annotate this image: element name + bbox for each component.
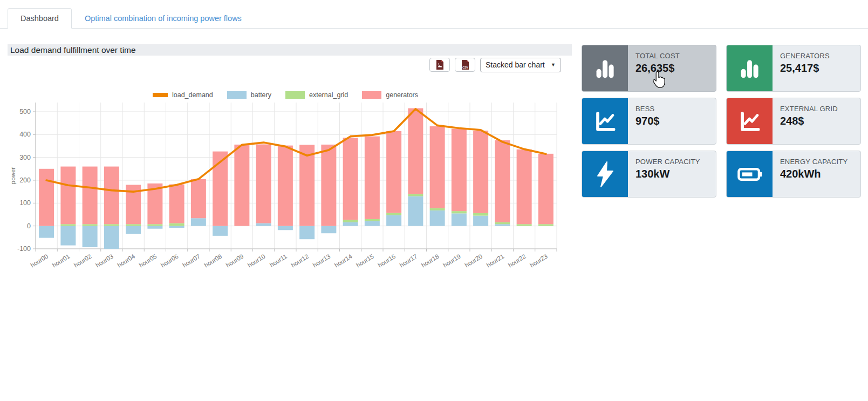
- svg-text:500: 500: [19, 108, 31, 115]
- power-capacity-card[interactable]: POWER CAPACITY 130kW: [582, 151, 716, 198]
- legend-item-external_grid: external_grid: [285, 91, 348, 99]
- section-title: Load demand fulfillment over time: [8, 44, 572, 56]
- svg-text:hour10: hour10: [247, 253, 266, 269]
- chart-panel: Load demand fulfillment over time CSV: [8, 44, 572, 283]
- chart-toolbar: CSV Stacked bar chart ▼: [8, 57, 572, 72]
- svg-text:hour12: hour12: [290, 253, 310, 269]
- bar-chart-icon: [727, 45, 773, 91]
- legend-item-load_demand: load_demand: [153, 91, 213, 99]
- svg-text:hour09: hour09: [225, 253, 245, 269]
- legend-item-battery: battery: [227, 91, 271, 99]
- legend-label: battery: [251, 91, 271, 99]
- battery-swatch: [227, 91, 247, 99]
- legend-label: generators: [386, 91, 418, 99]
- bar-chart-icon: [582, 45, 628, 91]
- svg-text:CSV: CSV: [462, 65, 468, 69]
- svg-text:hour02: hour02: [73, 253, 93, 269]
- tab-dashboard[interactable]: Dashboard: [8, 8, 72, 29]
- svg-text:300: 300: [19, 154, 31, 161]
- external_grid-swatch: [285, 91, 305, 99]
- svg-text:100: 100: [19, 199, 31, 207]
- svg-text:hour16: hour16: [377, 253, 397, 269]
- stat-value: 26,635$: [635, 62, 680, 74]
- svg-text:0: 0: [27, 222, 31, 230]
- chart-type-select[interactable]: Stacked bar chart ▼: [480, 58, 561, 72]
- svg-text:hour15: hour15: [355, 253, 375, 269]
- legend-label: load_demand: [172, 91, 213, 99]
- svg-text:hour13: hour13: [312, 253, 332, 269]
- generators-swatch: [362, 91, 381, 99]
- svg-text:hour20: hour20: [463, 253, 483, 269]
- svg-text:400: 400: [19, 131, 31, 138]
- svg-text:hour14: hour14: [333, 253, 353, 268]
- svg-text:hour22: hour22: [507, 253, 527, 269]
- export-image-file-icon: [436, 60, 444, 70]
- export-csv-button[interactable]: CSV: [455, 58, 475, 72]
- svg-text:hour11: hour11: [269, 253, 288, 269]
- svg-text:hour07: hour07: [181, 253, 201, 269]
- svg-text:hour21: hour21: [486, 253, 505, 269]
- export-image-button[interactable]: [429, 58, 450, 72]
- generators-card[interactable]: GENERATORS 25,417$: [726, 45, 861, 92]
- svg-text:hour23: hour23: [529, 253, 549, 269]
- svg-text:200: 200: [19, 176, 31, 184]
- stat-value: 248$: [780, 115, 838, 127]
- svg-text:hour04: hour04: [116, 253, 136, 268]
- svg-text:-100: -100: [17, 245, 31, 253]
- line-chart-icon: [727, 98, 773, 144]
- stat-label: POWER CAPACITY: [635, 158, 700, 166]
- stat-value: 130kW: [635, 168, 700, 180]
- svg-text:hour18: hour18: [420, 253, 440, 269]
- tab-optimal-combination[interactable]: Optimal combination of incoming power fl…: [72, 8, 255, 29]
- load_demand-swatch: [153, 93, 168, 97]
- total-cost-card[interactable]: TOTAL COST 26,635$: [582, 45, 716, 92]
- stat-value: 970$: [635, 115, 660, 127]
- tab-bar: Dashboard Optimal combination of incomin…: [0, 0, 868, 29]
- stat-label: TOTAL COST: [635, 52, 680, 60]
- battery-icon: [727, 151, 773, 197]
- caret-down-icon: ▼: [551, 62, 556, 67]
- chart-type-value: Stacked bar chart: [486, 60, 545, 69]
- export-csv-file-icon: CSV: [461, 60, 469, 70]
- lightning-icon: [582, 151, 628, 197]
- line-chart-icon: [582, 98, 628, 144]
- svg-text:hour00: hour00: [29, 253, 49, 269]
- legend-label: external_grid: [309, 91, 348, 99]
- external-grid-card[interactable]: EXTERNAL GRID 248$: [726, 98, 861, 145]
- chart-canvas: -1000100200300400500powerhour00hour01hou…: [8, 101, 564, 283]
- bess-card[interactable]: BESS 970$: [582, 98, 716, 145]
- svg-text:hour01: hour01: [51, 253, 71, 269]
- legend-item-generators: generators: [362, 91, 418, 99]
- svg-text:hour05: hour05: [138, 253, 158, 269]
- svg-text:hour03: hour03: [94, 253, 114, 269]
- stat-value: 25,417$: [780, 62, 830, 74]
- svg-text:hour17: hour17: [399, 253, 419, 269]
- svg-text:hour08: hour08: [203, 253, 223, 269]
- svg-text:hour06: hour06: [160, 253, 180, 269]
- stat-label: ENERGY CAPACITY: [780, 158, 848, 166]
- stat-label: EXTERNAL GRID: [780, 105, 838, 113]
- chart-legend: load_demandbatteryexternal_gridgenerator…: [8, 91, 572, 99]
- stat-label: GENERATORS: [780, 52, 830, 60]
- energy-capacity-card[interactable]: ENERGY CAPACITY 420kWh: [726, 151, 861, 198]
- stat-label: BESS: [635, 105, 660, 113]
- svg-text:hour19: hour19: [442, 253, 462, 269]
- svg-text:power: power: [10, 167, 16, 184]
- stat-card-panel: TOTAL COST 26,635$ GENERATORS 25,417$ BE…: [582, 45, 861, 198]
- stat-value: 420kWh: [780, 168, 848, 180]
